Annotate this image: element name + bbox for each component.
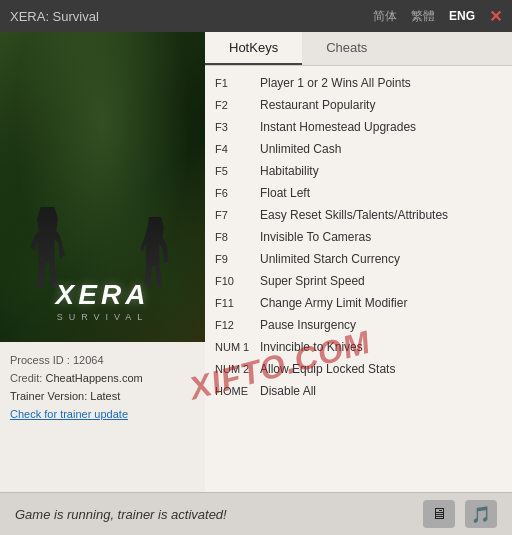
hotkey-key: F12 (215, 317, 260, 334)
close-button[interactable]: ✕ (489, 7, 502, 26)
lang-traditional-btn[interactable]: 繁體 (411, 8, 435, 25)
hotkey-key: F6 (215, 185, 260, 202)
hotkey-desc: Float Left (260, 184, 310, 202)
hotkey-desc: Unlimited Cash (260, 140, 341, 158)
title-bar: XERA: Survival 简体 繁體 ENG ✕ (0, 0, 512, 32)
tab-hotkeys[interactable]: HotKeys (205, 32, 302, 65)
hotkey-desc: Pause Insurgency (260, 316, 356, 334)
hotkey-key: F7 (215, 207, 260, 224)
process-id-label: Process ID : 12064 (10, 354, 104, 366)
hotkey-key: F3 (215, 119, 260, 136)
credit-row: Credit: CheatHappens.com (10, 372, 195, 384)
hotkey-item: F9 Unlimited Starch Currency (215, 248, 502, 270)
hotkey-item: F2 Restaurant Popularity (215, 94, 502, 116)
hotkey-item: NUM 2 Allow Equip Locked Stats (215, 358, 502, 380)
status-icons: 🖥 🎵 (423, 500, 497, 528)
hotkey-item: NUM 1 Invincible to Knives (215, 336, 502, 358)
hotkey-key: HOME (215, 383, 260, 400)
hotkey-item: F10 Super Sprint Speed (215, 270, 502, 292)
app-title: XERA: Survival (10, 9, 99, 24)
hotkey-item: F1 Player 1 or 2 Wins All Points (215, 72, 502, 94)
hotkey-desc: Unlimited Starch Currency (260, 250, 400, 268)
hotkey-desc: Change Army Limit Modifier (260, 294, 407, 312)
xera-logo-sub: SURVIVAL (0, 312, 205, 322)
hotkey-item: F11 Change Army Limit Modifier (215, 292, 502, 314)
trainer-version-label: Trainer Version: Latest (10, 390, 120, 402)
monitor-icon-button[interactable]: 🖥 (423, 500, 455, 528)
xera-logo-main: XERA (0, 279, 205, 311)
hotkey-item: F6 Float Left (215, 182, 502, 204)
lang-english-btn[interactable]: ENG (449, 9, 475, 23)
hotkey-desc: Invincible to Knives (260, 338, 363, 356)
hotkey-item: F12 Pause Insurgency (215, 314, 502, 336)
character-right (140, 217, 170, 287)
hotkey-desc: Instant Homestead Upgrades (260, 118, 416, 136)
left-info-panel: Process ID : 12064 Credit: CheatHappens.… (0, 342, 205, 492)
hotkey-desc: Invisible To Cameras (260, 228, 371, 246)
hotkey-desc: Player 1 or 2 Wins All Points (260, 74, 411, 92)
right-panel: HotKeys Cheats F1 Player 1 or 2 Wins All… (205, 32, 512, 492)
hotkey-key: F5 (215, 163, 260, 180)
hotkey-desc: Super Sprint Speed (260, 272, 365, 290)
left-panel: XERA SURVIVAL Process ID : 12064 Credit:… (0, 32, 205, 492)
credit-value: CheatHappens.com (45, 372, 142, 384)
hotkey-item: F4 Unlimited Cash (215, 138, 502, 160)
status-message: Game is running, trainer is activated! (15, 507, 227, 522)
tab-cheats[interactable]: Cheats (302, 32, 391, 65)
hotkey-list: F1 Player 1 or 2 Wins All Points F2 Rest… (205, 66, 512, 492)
tabs-bar: HotKeys Cheats (205, 32, 512, 66)
hotkey-desc: Habitability (260, 162, 319, 180)
hotkey-key: F2 (215, 97, 260, 114)
hotkey-item: F8 Invisible To Cameras (215, 226, 502, 248)
hotkey-item: F7 Easy Reset Skills/Talents/Attributes (215, 204, 502, 226)
process-id-row: Process ID : 12064 (10, 354, 195, 366)
hotkey-item: F5 Habitability (215, 160, 502, 182)
hotkey-key: F8 (215, 229, 260, 246)
game-image: XERA SURVIVAL (0, 32, 205, 342)
hotkey-desc: Restaurant Popularity (260, 96, 375, 114)
status-bar: Game is running, trainer is activated! 🖥… (0, 492, 512, 535)
hotkey-key: F4 (215, 141, 260, 158)
hotkey-item: HOME Disable All (215, 380, 502, 402)
main-content: XERA SURVIVAL Process ID : 12064 Credit:… (0, 32, 512, 492)
hotkey-desc: Easy Reset Skills/Talents/Attributes (260, 206, 448, 224)
hotkey-desc: Allow Equip Locked Stats (260, 360, 395, 378)
credit-label: Credit: (10, 372, 42, 384)
music-icon-button[interactable]: 🎵 (465, 500, 497, 528)
hotkey-key: F10 (215, 273, 260, 290)
character-left (30, 207, 65, 287)
hotkey-key: F1 (215, 75, 260, 92)
hotkey-key: NUM 2 (215, 361, 260, 378)
title-bar-controls: 简体 繁體 ENG ✕ (373, 7, 502, 26)
hotkey-desc: Disable All (260, 382, 316, 400)
xera-logo: XERA SURVIVAL (0, 279, 205, 322)
hotkey-key: F9 (215, 251, 260, 268)
lang-simple-btn[interactable]: 简体 (373, 8, 397, 25)
hotkey-key: NUM 1 (215, 339, 260, 356)
trainer-version-row: Trainer Version: Latest (10, 390, 195, 402)
trainer-link-row[interactable]: Check for trainer update (10, 408, 195, 420)
hotkey-item: F3 Instant Homestead Upgrades (215, 116, 502, 138)
hotkey-key: F11 (215, 295, 260, 312)
trainer-update-link[interactable]: Check for trainer update (10, 408, 128, 420)
